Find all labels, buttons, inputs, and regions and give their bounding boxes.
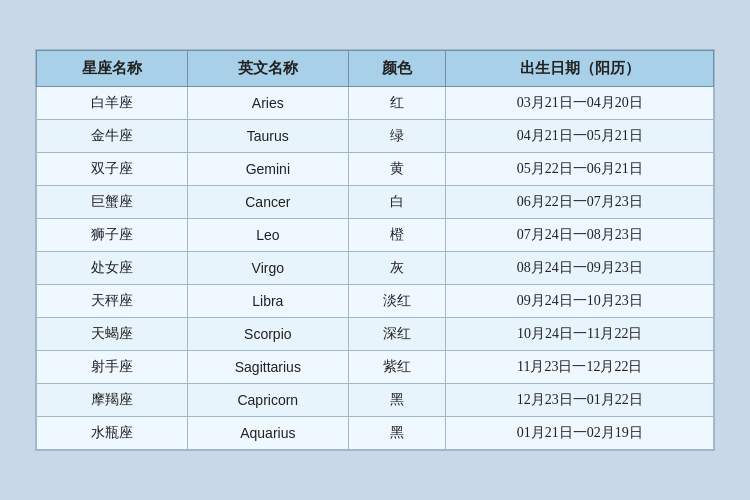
table-row: 摩羯座Capricorn黑12月23日一01月22日 <box>37 384 714 417</box>
table-row: 双子座Gemini黄05月22日一06月21日 <box>37 153 714 186</box>
cell-chinese-name: 双子座 <box>37 153 188 186</box>
zodiac-table-container: 星座名称 英文名称 颜色 出生日期（阳历） 白羊座Aries红03月21日一04… <box>35 49 715 451</box>
cell-birth-dates: 01月21日一02月19日 <box>446 417 714 450</box>
table-row: 天秤座Libra淡红09月24日一10月23日 <box>37 285 714 318</box>
table-row: 狮子座Leo橙07月24日一08月23日 <box>37 219 714 252</box>
header-english-name: 英文名称 <box>187 51 348 87</box>
cell-chinese-name: 金牛座 <box>37 120 188 153</box>
cell-birth-dates: 11月23日一12月22日 <box>446 351 714 384</box>
header-color: 颜色 <box>349 51 446 87</box>
header-chinese-name: 星座名称 <box>37 51 188 87</box>
table-header-row: 星座名称 英文名称 颜色 出生日期（阳历） <box>37 51 714 87</box>
table-row: 射手座Sagittarius紫红11月23日一12月22日 <box>37 351 714 384</box>
table-body: 白羊座Aries红03月21日一04月20日金牛座Taurus绿04月21日一0… <box>37 87 714 450</box>
table-row: 巨蟹座Cancer白06月22日一07月23日 <box>37 186 714 219</box>
cell-chinese-name: 水瓶座 <box>37 417 188 450</box>
cell-english-name: Aries <box>187 87 348 120</box>
cell-birth-dates: 09月24日一10月23日 <box>446 285 714 318</box>
cell-english-name: Leo <box>187 219 348 252</box>
header-birth-date: 出生日期（阳历） <box>446 51 714 87</box>
cell-english-name: Sagittarius <box>187 351 348 384</box>
cell-chinese-name: 天蝎座 <box>37 318 188 351</box>
cell-color: 橙 <box>349 219 446 252</box>
table-row: 水瓶座Aquarius黑01月21日一02月19日 <box>37 417 714 450</box>
cell-color: 红 <box>349 87 446 120</box>
cell-color: 绿 <box>349 120 446 153</box>
cell-birth-dates: 03月21日一04月20日 <box>446 87 714 120</box>
table-row: 处女座Virgo灰08月24日一09月23日 <box>37 252 714 285</box>
cell-color: 黄 <box>349 153 446 186</box>
cell-chinese-name: 狮子座 <box>37 219 188 252</box>
cell-color: 灰 <box>349 252 446 285</box>
table-row: 天蝎座Scorpio深红10月24日一11月22日 <box>37 318 714 351</box>
zodiac-table: 星座名称 英文名称 颜色 出生日期（阳历） 白羊座Aries红03月21日一04… <box>36 50 714 450</box>
cell-english-name: Libra <box>187 285 348 318</box>
cell-english-name: Scorpio <box>187 318 348 351</box>
cell-birth-dates: 05月22日一06月21日 <box>446 153 714 186</box>
cell-chinese-name: 射手座 <box>37 351 188 384</box>
cell-color: 淡红 <box>349 285 446 318</box>
cell-birth-dates: 08月24日一09月23日 <box>446 252 714 285</box>
cell-birth-dates: 06月22日一07月23日 <box>446 186 714 219</box>
cell-chinese-name: 巨蟹座 <box>37 186 188 219</box>
cell-birth-dates: 04月21日一05月21日 <box>446 120 714 153</box>
cell-color: 白 <box>349 186 446 219</box>
cell-birth-dates: 10月24日一11月22日 <box>446 318 714 351</box>
cell-color: 黑 <box>349 417 446 450</box>
cell-english-name: Taurus <box>187 120 348 153</box>
cell-chinese-name: 白羊座 <box>37 87 188 120</box>
cell-english-name: Capricorn <box>187 384 348 417</box>
cell-color: 紫红 <box>349 351 446 384</box>
cell-birth-dates: 12月23日一01月22日 <box>446 384 714 417</box>
cell-color: 黑 <box>349 384 446 417</box>
cell-chinese-name: 摩羯座 <box>37 384 188 417</box>
cell-english-name: Cancer <box>187 186 348 219</box>
table-row: 金牛座Taurus绿04月21日一05月21日 <box>37 120 714 153</box>
cell-color: 深红 <box>349 318 446 351</box>
cell-chinese-name: 处女座 <box>37 252 188 285</box>
table-row: 白羊座Aries红03月21日一04月20日 <box>37 87 714 120</box>
cell-english-name: Gemini <box>187 153 348 186</box>
cell-english-name: Virgo <box>187 252 348 285</box>
cell-chinese-name: 天秤座 <box>37 285 188 318</box>
cell-english-name: Aquarius <box>187 417 348 450</box>
cell-birth-dates: 07月24日一08月23日 <box>446 219 714 252</box>
